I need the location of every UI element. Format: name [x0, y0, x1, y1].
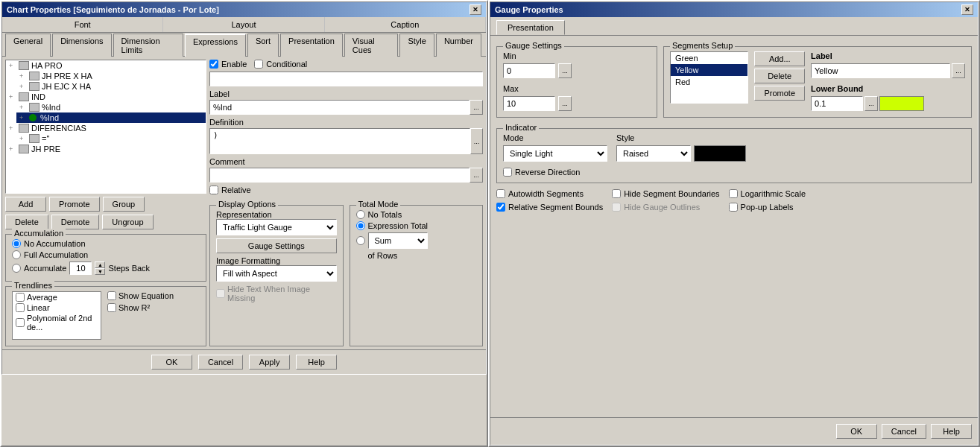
autowidth-checkbox[interactable] — [496, 189, 505, 198]
delete-button[interactable]: Delete — [5, 215, 48, 229]
promote-button[interactable]: Promote — [49, 197, 100, 212]
seg-green[interactable]: Green — [671, 52, 747, 64]
lower-bound-heading: Lower Bound — [811, 84, 965, 93]
linear-checkbox[interactable] — [16, 303, 25, 312]
segment-label-expand-button[interactable]: ... — [952, 63, 965, 78]
seg-promote-button[interactable]: Promote — [754, 86, 805, 101]
group-button[interactable]: Group — [103, 197, 145, 212]
tab-font[interactable]: Font — [2, 17, 163, 32]
accumulate-radio[interactable] — [12, 264, 21, 273]
seg-red[interactable]: Red — [671, 76, 747, 88]
tab-presentation[interactable]: Presentation — [280, 34, 343, 57]
enable-checkbox[interactable] — [209, 60, 218, 69]
list-item-selected[interactable]: + %Ind — [16, 112, 206, 123]
representation-select[interactable]: Traffic Light Gauge — [216, 219, 337, 235]
relative-segment-checkbox[interactable] — [496, 203, 505, 212]
hide-text-checkbox[interactable] — [216, 289, 225, 298]
definition-textarea[interactable]: ) — [209, 128, 470, 154]
list-item[interactable]: + JH EJC X HA — [16, 81, 206, 92]
apply-button[interactable]: Apply — [249, 355, 290, 370]
full-accumulation-radio[interactable] — [12, 250, 21, 259]
reverse-direction-checkbox[interactable] — [503, 168, 512, 177]
show-r2-checkbox[interactable] — [107, 303, 116, 312]
tab-style[interactable]: Style — [399, 34, 434, 57]
comment-expand-button[interactable]: ... — [470, 168, 483, 183]
min-input[interactable] — [503, 63, 555, 78]
close-icon[interactable]: ✕ — [470, 4, 481, 15]
tab-general[interactable]: General — [5, 34, 51, 57]
add-button[interactable]: Add — [5, 197, 46, 212]
sum-select[interactable]: Sum — [368, 232, 428, 249]
gauge-settings-button[interactable]: Gauge Settings — [216, 238, 337, 253]
comment-input[interactable] — [209, 168, 470, 183]
tab-visual-cues[interactable]: Visual Cues — [344, 34, 399, 57]
steps-up-button[interactable]: ▲ — [95, 261, 105, 268]
gauge-help-button[interactable]: Help — [931, 424, 972, 439]
trendlines-list[interactable]: Average Linear Polynomial of 2nd de... — [12, 291, 101, 340]
gauge-close-icon[interactable]: ✕ — [961, 4, 973, 15]
demote-button[interactable]: Demote — [51, 215, 100, 229]
gauge-cancel-button[interactable]: Cancel — [882, 424, 926, 439]
list-item[interactable]: + =" — [16, 133, 206, 144]
lower-bound-color-swatch[interactable] — [879, 96, 924, 111]
segment-label-input[interactable] — [811, 63, 950, 78]
style-select[interactable]: Raised — [616, 145, 691, 162]
condition-input[interactable] — [209, 72, 483, 86]
image-formatting-select[interactable]: Fill with Aspect — [216, 265, 337, 282]
no-totals-radio[interactable] — [356, 210, 365, 219]
list-item[interactable]: + %Ind — [16, 102, 206, 112]
cancel-button[interactable]: Cancel — [198, 355, 243, 370]
label-input[interactable] — [209, 100, 470, 115]
conditional-checkbox[interactable] — [254, 60, 263, 69]
list-item[interactable]: + JH PRE — [6, 144, 206, 154]
expression-total-radio[interactable] — [356, 221, 365, 230]
lower-bound-input[interactable] — [811, 96, 863, 111]
label-expand-button[interactable]: ... — [470, 100, 483, 115]
seg-yellow[interactable]: Yellow — [671, 64, 747, 76]
accumulation-options: No Accumulation Full Accumulation Accumu… — [12, 239, 200, 275]
lower-bound-expand-button[interactable]: ... — [864, 96, 878, 111]
tab-presentation-gauge[interactable]: Presentation — [496, 20, 565, 35]
min-expand-button[interactable]: ... — [558, 63, 572, 78]
popup-labels-row: Pop-up Labels — [729, 203, 806, 212]
tab-expressions[interactable]: Expressions — [185, 34, 246, 57]
help-button[interactable]: Help — [296, 355, 337, 370]
indicator-color-preview[interactable] — [694, 145, 746, 162]
list-item[interactable]: + HA PRO — [6, 60, 206, 71]
average-checkbox[interactable] — [16, 293, 25, 302]
hide-text-row: Hide Text When Image Missing — [216, 285, 337, 302]
segments-list[interactable]: Green Yellow Red — [670, 51, 748, 104]
expression-list[interactable]: + HA PRO + JH PRE X HA + JH EJC X HA — [5, 60, 206, 194]
gauge-ok-button[interactable]: OK — [836, 424, 877, 439]
ok-button[interactable]: OK — [151, 355, 192, 370]
hide-segment-boundaries-checkbox[interactable] — [612, 189, 621, 198]
max-expand-button[interactable]: ... — [558, 96, 572, 111]
list-item[interactable]: + IND — [6, 92, 206, 102]
left-title-bar: Chart Properties [Seguimiento de Jornada… — [2, 2, 486, 17]
tab-layout[interactable]: Layout — [163, 17, 324, 32]
top-tab-row: Font Layout Caption — [2, 17, 486, 33]
list-item[interactable]: + DIFERENCIAS — [6, 123, 206, 133]
ungroup-button[interactable]: Ungroup — [102, 215, 153, 229]
max-input[interactable] — [503, 96, 555, 111]
no-accumulation-radio[interactable] — [12, 239, 21, 248]
seg-delete-button[interactable]: Delete — [754, 69, 805, 83]
steps-input[interactable] — [69, 261, 92, 275]
tab-dimensions[interactable]: Dimensions — [52, 34, 111, 57]
tab-caption[interactable]: Caption — [325, 17, 486, 32]
tab-sort[interactable]: Sort — [247, 34, 279, 57]
popup-labels-checkbox[interactable] — [729, 203, 738, 212]
show-equation-checkbox[interactable] — [107, 291, 116, 300]
relative-checkbox[interactable] — [209, 186, 218, 194]
sum-radio[interactable] — [356, 236, 365, 245]
definition-expand-button[interactable]: ... — [470, 128, 483, 154]
logarithmic-scale-checkbox[interactable] — [729, 189, 738, 198]
tab-number[interactable]: Number — [436, 34, 481, 57]
steps-down-button[interactable]: ▼ — [95, 268, 105, 275]
poly2-checkbox[interactable] — [16, 318, 25, 327]
tab-dimension-limits[interactable]: Dimension Limits — [113, 34, 183, 57]
seg-add-button[interactable]: Add... — [754, 51, 805, 66]
list-item[interactable]: + JH PRE X HA — [16, 71, 206, 81]
hide-gauge-outlines-checkbox[interactable] — [612, 203, 621, 212]
mode-select[interactable]: Single Light — [503, 145, 607, 162]
